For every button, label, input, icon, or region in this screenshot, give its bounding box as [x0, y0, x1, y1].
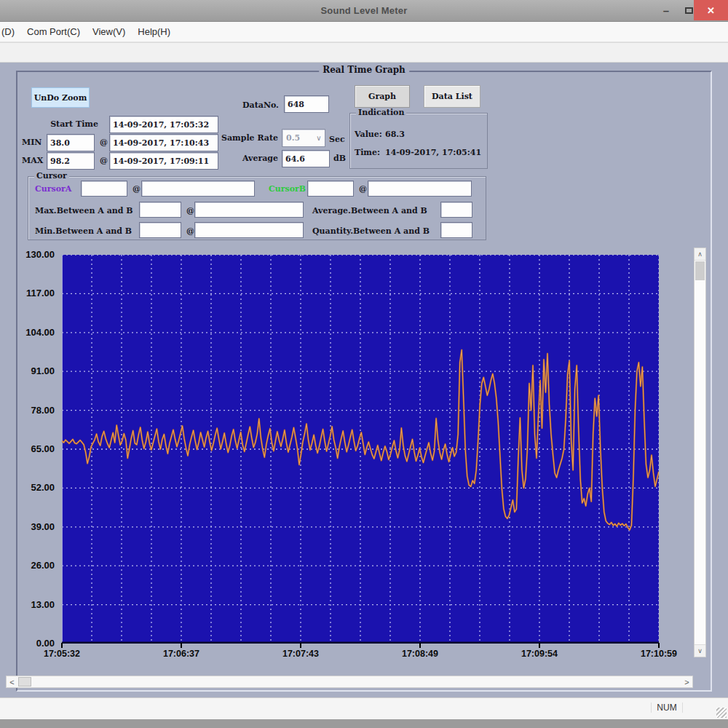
- x-axis-tick-label: 17:05:32: [29, 649, 95, 659]
- resize-grip[interactable]: [716, 708, 727, 718]
- y-axis-tick-label: 78.00: [0, 405, 58, 416]
- data-no-label: DataNo.: [242, 100, 279, 110]
- window-title: Sound Level Meter: [0, 5, 728, 16]
- max-value-field[interactable]: [47, 152, 95, 170]
- y-axis-tick-label: 91.00: [0, 365, 58, 376]
- real-time-graph-title: Real Time Graph: [319, 65, 409, 75]
- average-label: Average: [211, 154, 278, 163]
- y-axis-tick-label: 39.00: [0, 521, 58, 532]
- plot-canvas: [62, 255, 659, 644]
- indication-time-label: Time:: [355, 148, 380, 157]
- indication-value: 68.3: [385, 130, 405, 139]
- y-axis-tick-label: 26.00: [0, 560, 58, 571]
- scroll-left-icon: <: [9, 678, 14, 687]
- indication-time: 14-09-2017, 17:05:41: [385, 148, 481, 157]
- horizontal-scrollbar-thumb[interactable]: [18, 677, 31, 687]
- main-panel: Real Time Graph UnDo Zoom DataNo. Graph …: [0, 63, 728, 697]
- vertical-scrollbar[interactable]: ∧ ∨: [694, 248, 706, 657]
- sound-level-trace-shadow: [62, 350, 659, 530]
- minimize-button[interactable]: –: [655, 0, 677, 20]
- max-between-label: Max.Between A and B: [35, 206, 133, 215]
- sample-rate-unit: Sec: [329, 135, 345, 144]
- cursor-a-value-field[interactable]: [81, 181, 127, 197]
- max-between-time-field[interactable]: [194, 202, 304, 218]
- y-axis-tick-label: 65.00: [0, 443, 58, 454]
- undo-zoom-button[interactable]: UnDo Zoom: [31, 87, 90, 108]
- x-axis-tick-mark: [658, 643, 660, 648]
- horizontal-scrollbar[interactable]: < >: [6, 676, 693, 688]
- num-lock-indicator: NUM: [651, 703, 683, 713]
- close-button[interactable]: ✕: [694, 0, 728, 20]
- cursor-b-value-field[interactable]: [307, 181, 354, 197]
- start-time-label: Start Time: [22, 119, 98, 129]
- y-axis-tick-label: 117.00: [0, 288, 58, 298]
- menu-item-help[interactable]: Help(H): [138, 26, 170, 37]
- x-axis-tick-label: 17:08:49: [387, 649, 453, 659]
- quantity-between-label: Quantity.Between A and B: [312, 226, 430, 236]
- scroll-down-icon: ∨: [697, 647, 703, 654]
- indication-title: Indication: [356, 108, 406, 117]
- indication-group: Indication Value: 68.3 Time: 14-09-2017,…: [349, 113, 488, 169]
- menu-item-view[interactable]: View(V): [92, 26, 125, 37]
- graph-button[interactable]: Graph: [355, 85, 410, 108]
- scroll-up-button[interactable]: ∧: [695, 248, 705, 261]
- sound-level-plot[interactable]: [62, 255, 659, 644]
- average-between-label: Average.Between A and B: [312, 206, 427, 215]
- scroll-down-button[interactable]: ∨: [695, 644, 705, 657]
- min-time-field[interactable]: [109, 134, 218, 151]
- min-between-value-field[interactable]: [139, 222, 181, 238]
- app-window: Sound Level Meter – ✕ (D) Com Port(C) Vi…: [0, 0, 728, 728]
- y-axis-tick-label: 13.00: [0, 599, 58, 610]
- max-between-value-field[interactable]: [139, 202, 181, 218]
- x-axis-tick-label: 17:09:54: [507, 649, 572, 659]
- max-label: MAX: [22, 156, 43, 165]
- title-bar: Sound Level Meter – ✕: [0, 0, 728, 22]
- max-at-symbol: @: [100, 156, 108, 165]
- cursor-b-time-field[interactable]: [368, 181, 472, 197]
- scroll-right-button[interactable]: >: [681, 676, 692, 687]
- menu-item-com-port[interactable]: Com Port(C): [27, 26, 80, 37]
- data-no-field[interactable]: [284, 95, 329, 113]
- cursor-b-label: CursorB: [269, 184, 306, 194]
- x-axis-tick-mark: [181, 643, 182, 648]
- average-unit: dB: [333, 154, 346, 163]
- maximize-icon: [685, 7, 693, 14]
- chevron-down-icon: ∨: [313, 134, 325, 142]
- scroll-right-icon: >: [684, 678, 689, 687]
- status-bar: NUM: [0, 697, 728, 719]
- window-bottom-edge: [0, 719, 728, 728]
- minimize-icon: –: [663, 4, 669, 17]
- scroll-left-button[interactable]: <: [7, 676, 17, 687]
- y-axis-tick-label: 0.00: [0, 638, 58, 649]
- max-time-field[interactable]: [109, 152, 218, 170]
- x-axis-tick-mark: [419, 643, 421, 648]
- cursor-a-label: CursorA: [35, 184, 71, 194]
- vertical-scrollbar-thumb[interactable]: [695, 261, 705, 280]
- cursor-b-at-symbol: @: [359, 184, 367, 194]
- x-axis-tick-label: 17:06:37: [149, 649, 214, 659]
- start-time-field[interactable]: [109, 116, 218, 133]
- cursor-group: Cursor CursorA @ CursorB @ Max.Between A…: [28, 176, 486, 240]
- data-list-button[interactable]: Data List: [424, 85, 480, 108]
- sample-rate-value: 0.5: [282, 133, 313, 143]
- menu-item-data[interactable]: (D): [1, 26, 15, 37]
- x-axis-tick-mark: [61, 643, 63, 648]
- cursor-a-time-field[interactable]: [141, 181, 255, 197]
- min-value-field[interactable]: [47, 134, 95, 151]
- min-between-time-field[interactable]: [194, 222, 304, 238]
- menu-bar: (D) Com Port(C) View(V) Help(H): [0, 22, 728, 42]
- sample-rate-dropdown[interactable]: 0.5 ∨: [282, 129, 325, 147]
- y-axis-tick-label: 130.00: [0, 249, 58, 260]
- average-field[interactable]: [282, 150, 330, 167]
- cursor-a-at-symbol: @: [132, 184, 141, 194]
- average-between-field[interactable]: [440, 202, 472, 218]
- quantity-between-field[interactable]: [440, 222, 472, 238]
- x-axis-tick-label: 17:10:59: [626, 649, 692, 659]
- x-axis-tick-mark: [539, 643, 540, 648]
- close-icon: ✕: [707, 5, 715, 16]
- min-at-symbol: @: [100, 138, 108, 147]
- sample-rate-label: Sample Rate: [211, 133, 278, 143]
- min-between-at-symbol: @: [186, 226, 194, 236]
- indication-value-label: Value:: [355, 130, 382, 139]
- max-between-at-symbol: @: [186, 206, 194, 215]
